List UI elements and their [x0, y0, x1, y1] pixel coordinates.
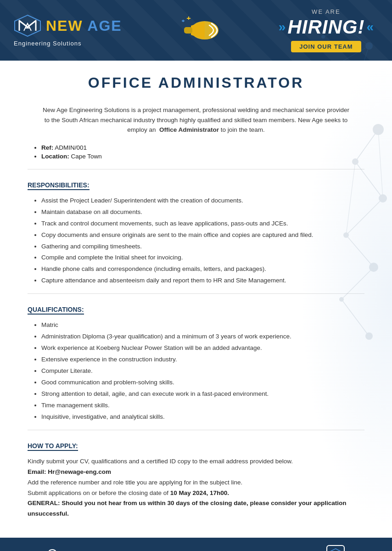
svg-point-21 — [379, 194, 387, 202]
footer-phone1: ☎ 017 631 5282 — [47, 549, 103, 551]
location-value: Cape Town — [71, 153, 102, 160]
logo-icon: NEW AGE — [14, 14, 122, 37]
svg-line-32 — [378, 129, 383, 198]
apply-line1: Kindly submit your CV, qualifications an… — [28, 456, 364, 467]
svg-point-19 — [373, 124, 384, 135]
svg-marker-0 — [15, 15, 40, 36]
apply-email: Email: Hr@newage-eng.com — [28, 467, 364, 478]
cg-tech-logo: CG — [326, 545, 345, 551]
ref-value: ADMIN/001 — [55, 144, 87, 151]
svg-marker-3 — [191, 21, 205, 39]
how-to-apply-content: Kindly submit your CV, qualifications an… — [28, 456, 364, 520]
responsibility-item: Copy documents and ensure originals are … — [41, 230, 364, 241]
megaphone-area — [179, 10, 221, 51]
qualification-item: Good communication and problem-solving s… — [41, 377, 364, 388]
apply-general: GENERAL: Should you not hear from us wit… — [28, 498, 364, 519]
job-title: OFFICE ADMINISTRATOR — [28, 74, 364, 96]
qualification-item: Administration Diploma (3-year qualifica… — [41, 332, 364, 342]
apply-deadline: 10 May 2024, 17h00. — [170, 489, 229, 496]
qualification-item: Matric — [41, 320, 364, 331]
logo-emblem-icon — [14, 14, 41, 37]
logo-brand-name: NEW AGE — [46, 18, 122, 33]
qualification-item: Extensive experience in the construction… — [41, 354, 364, 365]
meta-list: Ref: ADMIN/001 Location: Cape Town — [28, 144, 364, 160]
email-label: Email: Hr@newage-eng.com — [28, 468, 111, 475]
logo-text-group: NEW AGE — [46, 18, 122, 33]
email-value: Hr@newage-eng.com — [48, 468, 111, 475]
ref-label: Ref: — [41, 144, 53, 151]
responsibility-item: Handle phone calls and correspondence (i… — [41, 264, 364, 275]
hiring-banner: » HIRING! « — [279, 16, 374, 38]
chevrons-right-icon: « — [366, 20, 374, 34]
apply-line2: Add the reference number and role title … — [28, 478, 364, 488]
general-text: GENERAL: Should you not hear from us wit… — [28, 500, 347, 517]
divider-2 — [28, 293, 364, 294]
intro-end: to join the team. — [221, 126, 265, 133]
qualification-item: Work experience at Koeberg Nuclear Power… — [41, 343, 364, 354]
svg-point-25 — [365, 332, 373, 340]
intro-paragraph: New Age Engineering Solutions is a proje… — [40, 105, 352, 135]
ref-item: Ref: ADMIN/001 — [41, 144, 364, 151]
how-to-apply-section: HOW TO APPLY: Kindly submit your CV, qua… — [28, 438, 364, 520]
chevrons-left-icon: » — [279, 20, 286, 34]
hiring-area: WE ARE » HIRING! « JOIN OUR TEAM — [279, 8, 374, 52]
divider-1 — [28, 169, 364, 169]
logo-area: NEW AGE Engineering Solutions — [14, 14, 122, 47]
responsibility-item: Gathering and compiling timesheets. — [41, 242, 364, 252]
qualification-item: Time management skills. — [41, 400, 364, 411]
responsibility-item: Capture attendance and absenteeism daily… — [41, 276, 364, 286]
svg-point-23 — [369, 263, 378, 272]
we-are-text: WE ARE — [312, 8, 341, 15]
megaphone-icon — [179, 10, 221, 51]
intro-bold: Office Administrator — [159, 126, 219, 133]
cg-icon: CG — [329, 547, 342, 551]
apply-line3: Submit applications on or before the clo… — [28, 488, 364, 499]
hiring-text: HIRING! — [287, 16, 364, 38]
responsibility-item: Maintain database on all documents. — [41, 207, 364, 218]
responsibilities-section: RESPONSIBILITIES: Assist the Project Lea… — [28, 177, 364, 287]
header: NEW AGE Engineering Solutions WE ARE » — [0, 0, 392, 61]
responsibility-item: Compile and complete the Initial sheet f… — [41, 253, 364, 263]
qualification-item: Inquisitive, investigative, and analytic… — [41, 412, 364, 422]
responsibility-item: Assist the Project Leader/ Superintenden… — [41, 196, 364, 206]
main-content: OFFICE ADMINISTRATOR New Age Engineering… — [0, 61, 392, 529]
how-to-apply-heading: HOW TO APPLY: — [28, 442, 78, 451]
responsibilities-heading: RESPONSIBILITIES: — [28, 181, 90, 190]
svg-rect-4 — [184, 27, 192, 34]
qualifications-section: QUALIFICATIONS: MatricAdministration Dip… — [28, 301, 364, 422]
responsibilities-list: Assist the Project Leader/ Superintenden… — [28, 196, 364, 287]
qualifications-list: MatricAdministration Diploma (3-year qua… — [28, 320, 364, 422]
location-item: Location: Cape Town — [41, 153, 364, 160]
join-team-badge: JOIN OUR TEAM — [291, 41, 361, 52]
qualifications-heading: QUALIFICATIONS: — [28, 306, 84, 315]
divider-3 — [28, 430, 364, 430]
phone-icon: ☎ — [47, 549, 57, 551]
qualification-item: Strong attention to detail, agile, and c… — [41, 389, 364, 399]
logo-subtitle: Engineering Solutions — [14, 40, 81, 47]
responsibility-item: Track and control document movements, su… — [41, 219, 364, 229]
location-label: Location: — [41, 153, 69, 160]
footer: ☎ 017 631 5282 | 012 271 0228 | WWW.NEWA… — [0, 538, 392, 551]
qualification-item: Computer Literate. — [41, 366, 364, 377]
